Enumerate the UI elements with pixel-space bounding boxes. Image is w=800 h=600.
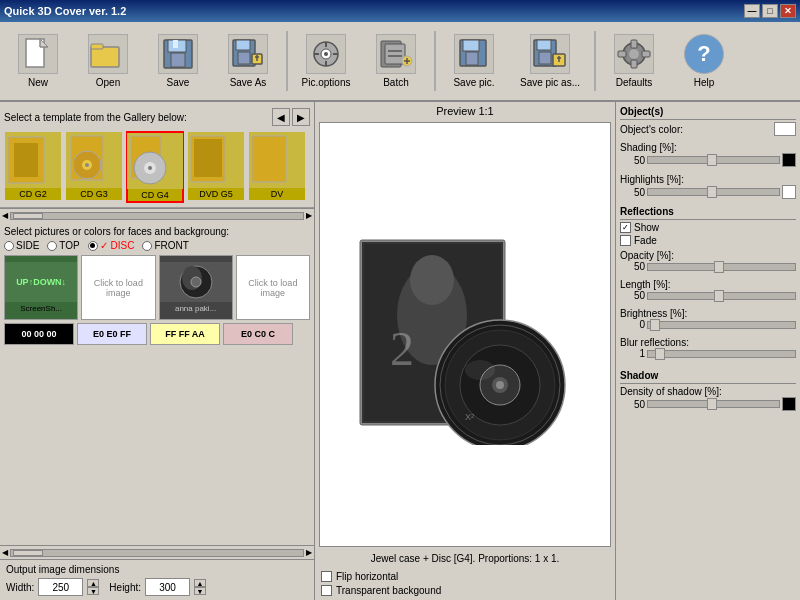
new-button[interactable]: New [4, 25, 72, 97]
brightness-label: Brightness [%]: [620, 308, 796, 319]
shading-slider[interactable] [647, 156, 780, 164]
close-button[interactable]: ✕ [780, 4, 796, 18]
top-radio-circle[interactable] [47, 241, 57, 251]
length-slider-row: 50 [620, 290, 796, 301]
color-swatch-black[interactable]: 00 00 00 [4, 323, 74, 345]
save-pic-button[interactable]: Save pic. [440, 25, 508, 97]
pics-scroll-thumb[interactable] [13, 550, 43, 556]
batch-icon [376, 34, 416, 74]
save-pic-as-label: Save pic as... [520, 77, 580, 88]
length-thumb[interactable] [714, 290, 724, 302]
show-checkbox[interactable]: ✓ [620, 222, 631, 233]
pics-scroll-right[interactable]: ▶ [306, 548, 312, 557]
help-icon: ? [684, 34, 724, 74]
disc-image-label: anna paki... [175, 304, 216, 313]
pics-scrollbar[interactable]: ◀ ▶ [0, 545, 314, 559]
blur-thumb[interactable] [655, 348, 665, 360]
shading-thumb[interactable] [707, 154, 717, 166]
shading-value: 50 [620, 155, 645, 166]
save-button[interactable]: Save [144, 25, 212, 97]
highlights-thumb[interactable] [707, 186, 717, 198]
save-as-icon [228, 34, 268, 74]
pics-scroll-left[interactable]: ◀ [2, 548, 8, 557]
length-label: Length [%]: [620, 279, 796, 290]
gallery-item[interactable]: DVD G5 [187, 131, 245, 203]
svg-point-65 [410, 255, 454, 305]
gallery-scrollbar[interactable]: ◀ ▶ [0, 208, 314, 222]
batch-button[interactable]: Batch [362, 25, 430, 97]
width-spinner[interactable]: ▲ ▼ [87, 579, 99, 595]
gallery-next-button[interactable]: ▶ [292, 108, 310, 126]
pic-options-icon [306, 34, 346, 74]
front-radio[interactable]: FRONT [142, 240, 188, 251]
front-image-cell[interactable]: Click to load image [236, 255, 310, 320]
objects-title: Object(s) [620, 106, 796, 120]
pics-scroll-track[interactable] [10, 549, 304, 557]
density-thumb[interactable] [707, 398, 717, 410]
svg-text:X²: X² [465, 412, 474, 422]
fade-checkbox[interactable] [620, 235, 631, 246]
blur-slider[interactable] [647, 350, 796, 358]
height-spinner[interactable]: ▲ ▼ [194, 579, 206, 595]
save-pic-as-button[interactable]: Save pic as... [510, 25, 590, 97]
width-label: Width: [6, 582, 34, 593]
shading-section: Shading [%]: 50 [620, 142, 796, 170]
width-down-button[interactable]: ▼ [87, 587, 99, 595]
opacity-slider[interactable] [647, 263, 796, 271]
disc-radio-circle[interactable] [88, 241, 98, 251]
scroll-left-button[interactable]: ◀ [2, 211, 8, 220]
brightness-thumb[interactable] [650, 319, 660, 331]
gallery-item[interactable]: CD G3 [65, 131, 123, 203]
gallery-item-selected[interactable]: CD G4 [126, 131, 184, 203]
length-slider[interactable] [647, 292, 796, 300]
gallery-prev-button[interactable]: ◀ [272, 108, 290, 126]
gallery-item[interactable]: DV [248, 131, 306, 203]
help-button[interactable]: ? Help [670, 25, 738, 97]
svg-rect-43 [618, 51, 626, 57]
top-radio[interactable]: TOP [47, 240, 79, 251]
color-swatch-blue[interactable]: E0 E0 FF [77, 323, 147, 345]
length-value: 50 [620, 290, 645, 301]
gallery-thumb [249, 132, 305, 188]
scroll-thumb[interactable] [13, 213, 43, 219]
scroll-track[interactable] [10, 212, 304, 220]
maximize-button[interactable]: □ [762, 4, 778, 18]
gallery-item[interactable]: CD G2 [4, 131, 62, 203]
height-up-button[interactable]: ▲ [194, 579, 206, 587]
side-radio-circle[interactable] [4, 241, 14, 251]
highlights-slider[interactable] [647, 188, 780, 196]
gallery-item-name: CD G3 [66, 188, 122, 200]
object-color-box[interactable] [774, 122, 796, 136]
width-input[interactable] [38, 578, 83, 596]
defaults-button[interactable]: Defaults [600, 25, 668, 97]
front-radio-circle[interactable] [142, 241, 152, 251]
disc-radio[interactable]: ✓ DISC [88, 240, 135, 251]
save-as-button[interactable]: Save As [214, 25, 282, 97]
brightness-slider-row: 0 [620, 319, 796, 330]
height-input[interactable] [145, 578, 190, 596]
save-pic-as-icon [530, 34, 570, 74]
density-slider[interactable] [647, 400, 780, 408]
color-swatches: 00 00 00 E0 E0 FF FF FF AA E0 C0 C [4, 323, 310, 345]
height-down-button[interactable]: ▼ [194, 587, 206, 595]
disc-image [160, 262, 232, 302]
side-radio[interactable]: SIDE [4, 240, 39, 251]
minimize-button[interactable]: — [744, 4, 760, 18]
brightness-slider[interactable] [647, 321, 796, 329]
transparent-bg-checkbox[interactable] [321, 585, 332, 596]
open-button[interactable]: Open [74, 25, 142, 97]
flip-horizontal-checkbox[interactable] [321, 571, 332, 582]
top-click-label: Click to load image [82, 278, 154, 298]
color-swatch-yellow[interactable]: FF FF AA [150, 323, 220, 345]
width-up-button[interactable]: ▲ [87, 579, 99, 587]
top-image-cell[interactable]: Click to load image [81, 255, 155, 320]
density-slider-row: 50 [620, 397, 796, 411]
svg-point-54 [148, 166, 152, 170]
opacity-thumb[interactable] [714, 261, 724, 273]
scroll-right-button[interactable]: ▶ [306, 211, 312, 220]
window-controls[interactable]: — □ ✕ [744, 4, 796, 18]
color-swatch-pink[interactable]: E0 C0 C [223, 323, 293, 345]
pic-options-button[interactable]: Pic.options [292, 25, 360, 97]
side-image-cell[interactable]: UP↑DOWN↓ ScreenSh... [4, 255, 78, 320]
disc-image-cell[interactable]: anna paki... [159, 255, 233, 320]
